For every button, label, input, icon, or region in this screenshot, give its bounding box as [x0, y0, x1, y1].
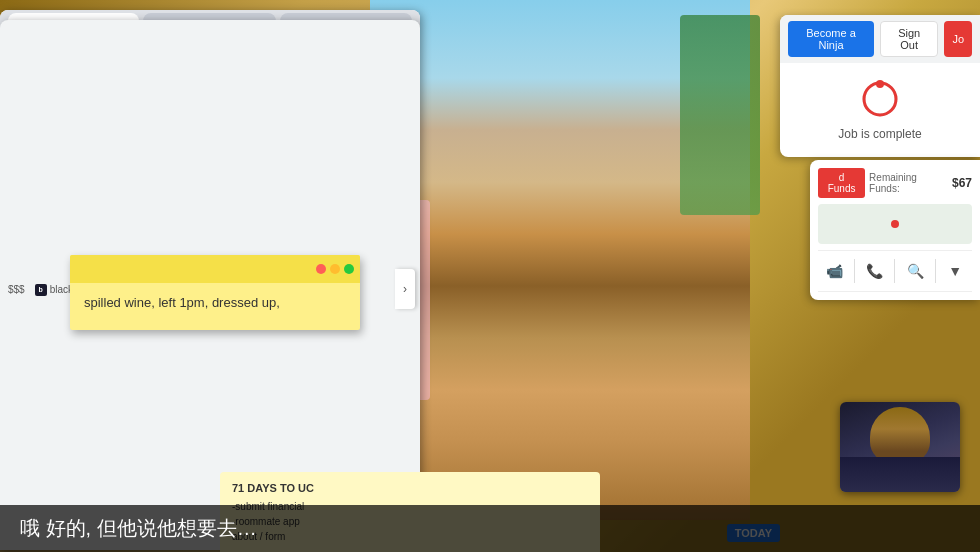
sticky-content: spilled wine, left 1pm, dressed up,: [70, 283, 360, 330]
phone-call-icon[interactable]: 📞: [861, 257, 889, 285]
map-pin: [891, 220, 899, 228]
bookmark-dollar[interactable]: $$$: [8, 284, 25, 295]
funds-button[interactable]: d Funds: [818, 168, 865, 198]
video-call-icon[interactable]: 📹: [821, 257, 849, 285]
call-divider-1: [854, 259, 855, 283]
bb-icon: b: [35, 284, 47, 296]
subtitle-bar: 哦 好的, 但他说他想要去…: [0, 505, 980, 552]
svg-point-2: [876, 80, 884, 88]
bottom-note-title: 71 DAYS TO UC: [232, 480, 588, 497]
small-video-thumbnail: [840, 402, 960, 492]
subtitle-chinese: 哦 好的, 但他说他想要去…: [20, 515, 257, 542]
progress-circle: [860, 79, 900, 119]
expand-call-icon[interactable]: ▼: [941, 257, 969, 285]
maps-expand-chevron[interactable]: ›: [395, 269, 415, 309]
dollar-icon: $$$: [8, 284, 25, 295]
right-panel: Become a Ninja Sign Out Jo Job is comple…: [780, 15, 980, 157]
become-ninja-button[interactable]: Become a Ninja: [788, 21, 874, 57]
sticky-note: spilled wine, left 1pm, dressed up,: [70, 255, 360, 330]
funds-value: $67: [952, 176, 972, 190]
call-divider-2: [894, 259, 895, 283]
vegetation: [680, 15, 760, 215]
mini-map: [818, 204, 972, 244]
phone-panel: d Funds Remaining Funds: $67 📹 📞 🔍 ▼: [810, 160, 980, 300]
person-body: [840, 457, 960, 492]
remaining-funds-row: d Funds Remaining Funds: $67: [818, 168, 972, 198]
sticky-max-btn[interactable]: [344, 264, 354, 274]
job-complete-label: Job is complete: [838, 127, 921, 141]
sticky-min-btn[interactable]: [330, 264, 340, 274]
call-divider-3: [935, 259, 936, 283]
remaining-funds-label: Remaining Funds:: [869, 172, 948, 194]
sign-out-button[interactable]: Sign Out: [880, 21, 938, 57]
call-controls: 📹 📞 🔍 ▼: [818, 250, 972, 292]
jo-button[interactable]: Jo: [944, 21, 972, 57]
sticky-header: [70, 255, 360, 283]
job-complete-area: Job is complete: [780, 63, 980, 157]
person-face: [870, 407, 930, 462]
sticky-close-btn[interactable]: [316, 264, 326, 274]
search-call-icon[interactable]: 🔍: [901, 257, 929, 285]
right-panel-header: Become a Ninja Sign Out Jo: [780, 15, 980, 63]
